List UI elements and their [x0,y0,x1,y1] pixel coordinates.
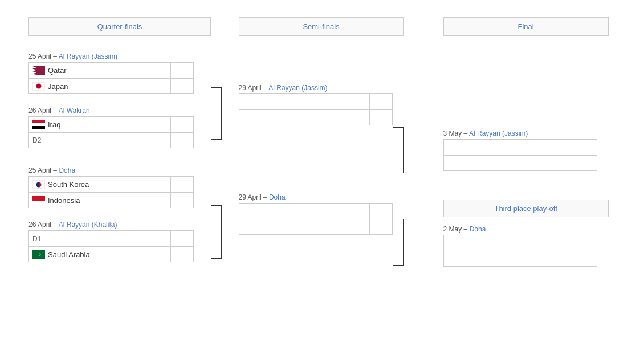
final-date: 3 May – Al Rayyan (Jassim) [443,129,616,137]
bracket-layout: Quarter-finals 25 April – Al Rayyan (Jas… [0,0,644,290]
f-header: Final [443,17,609,36]
qf-match-4: 26 April – Al Rayyan (Khalifa) D1 Saudi … [28,213,239,262]
sf1-teams [239,93,443,125]
qf4-team1: D1 [28,230,171,246]
qf1-venue[interactable]: Al Rayyan (Jassim) [59,52,117,60]
qf2-date: 26 April – Al Wakrah [28,107,239,115]
sf1-team2 [239,109,370,125]
sf-column: Semi-finals 29 April – Al Rayyan (Jassim… [239,17,443,235]
sf1-team1 [239,93,370,109]
qf1-date: 25 April – Al Rayyan (Jassim) [28,52,239,60]
sf-match-1: 29 April – Al Rayyan (Jassim) [239,76,443,125]
third-venue[interactable]: Doha [470,225,486,233]
sf2-team1 [239,203,370,219]
qf3-team2: Indonesia [28,192,171,208]
third-team2-score [574,251,597,267]
sf-match-2: 29 April – Doha [239,185,443,235]
sf2-date: 29 April – Doha [239,193,443,201]
qf2-venue[interactable]: Al Wakrah [59,107,90,115]
flag-qatar [32,66,45,75]
final-team2-score [574,155,597,171]
third-team1-score [574,235,597,251]
sf2-team2 [239,219,370,235]
flag-korea [32,180,45,189]
qf2-team1: Iraq [28,116,171,132]
connector-sf1-top [393,127,404,173]
qf3-date: 25 April – Doha [28,166,239,174]
qf-match-2: 26 April – Al Wakrah Iraq D2 [28,99,239,148]
qf4-team2: Saudi Arabia [28,246,171,262]
qf1-team2-name: Japan [48,82,68,91]
sf1-team2-score [370,109,393,125]
flag-saudi [32,250,45,259]
third-place: Third place play-off 2 May – Doha [443,200,616,267]
sf1-date: 29 April – Al Rayyan (Jassim) [239,84,443,92]
sf1-team1-score [370,93,393,109]
qf1-teams: Qatar Japan [28,62,239,94]
qf1-team1: Qatar [28,62,171,78]
sf2-venue[interactable]: Doha [269,193,286,201]
qf-column: Quarter-finals 25 April – Al Rayyan (Jas… [28,17,239,262]
qf3-team1: South Korea [28,176,171,192]
qf1-team2-score [171,78,194,94]
connector-sf2-bot [393,219,404,266]
qf4-team2-name: Saudi Arabia [48,250,90,259]
qf-match-3: 25 April – Doha South Korea Indonesia [28,158,239,208]
third-teams [443,235,616,267]
qf2-teams: Iraq D2 [28,116,239,148]
sf1-venue[interactable]: Al Rayyan (Jassim) [268,84,327,92]
final-match: 3 May – Al Rayyan (Jassim) [443,121,616,171]
qf3-teams: South Korea Indonesia [28,176,239,208]
third-team1 [443,235,574,251]
qf4-teams: D1 Saudi Arabia [28,230,239,262]
final-team2 [443,155,574,171]
final-venue[interactable]: Al Rayyan (Jassim) [469,129,528,137]
sf2-team2-score [370,219,393,235]
flag-japan [32,82,45,91]
f-column: Final 3 May – Al Rayyan (Jassim) Third p… [443,17,616,267]
sf-header: Semi-finals [239,17,404,36]
third-place-header: Third place play-off [443,200,609,217]
qf4-venue[interactable]: Al Rayyan (Khalifa) [59,221,117,229]
qf4-team1-score [171,230,194,246]
qf-match-1: 25 April – Al Rayyan (Jassim) Qatar Japa… [28,44,239,94]
qf4-team1-name: D1 [32,235,41,243]
connector-qf1-top [211,87,222,113]
final-team1 [443,139,574,155]
qf3-team2-score [171,192,194,208]
connector-qf3-top [211,205,222,232]
connector-qf4-bot [211,232,222,259]
qf4-team2-score [171,246,194,262]
qf2-team2-name: D2 [32,136,41,144]
qf3-venue[interactable]: Doha [59,166,75,174]
flag-iraq [32,120,45,129]
qf3-team2-name: Indonesia [48,196,80,205]
qf1-team2: Japan [28,78,171,94]
qf1-team1-name: Qatar [48,66,67,75]
qf3-team1-score [171,176,194,192]
qf2-team1-score [171,116,194,132]
qf2-team2: D2 [28,132,171,148]
sf2-team1-score [370,203,393,219]
qf3-team1-name: South Korea [48,180,89,189]
qf2-team1-name: Iraq [48,120,60,129]
third-team2 [443,251,574,267]
qf-header: Quarter-finals [28,17,211,36]
flag-indonesia [32,196,45,205]
qf4-date: 26 April – Al Rayyan (Khalifa) [28,221,239,229]
sf2-teams [239,203,443,235]
connector-qf2-bot [211,113,222,140]
final-teams [443,139,616,171]
third-date: 2 May – Doha [443,225,616,233]
final-team1-score [574,139,597,155]
qf1-team1-score [171,62,194,78]
qf2-team2-score [171,132,194,148]
